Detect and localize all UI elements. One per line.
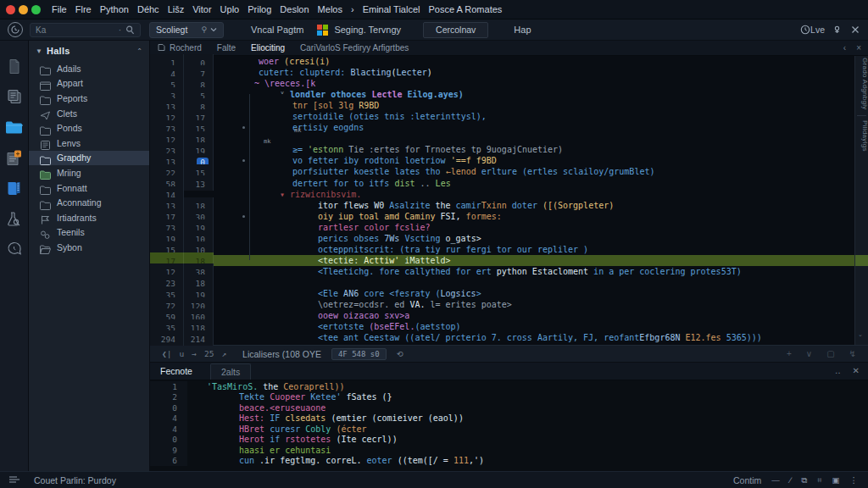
list-icon[interactable] [8,473,20,488]
cercolnav-button[interactable]: Cercolnav [423,22,488,38]
status-right-text[interactable]: Contim [733,475,761,485]
search-input[interactable]: Ka · [30,23,141,37]
share-icon[interactable] [832,25,843,36]
tab-carivarlos-fediryy-arfigrtbes[interactable]: CariVarloS Fediryy Arfigrtbes [292,43,416,53]
locbar-right-icon[interactable]: ↯ [849,349,856,358]
tab-falte[interactable]: Falte [209,43,243,53]
menu-prilog[interactable]: Prilog [243,4,275,14]
menu-file[interactable]: File [47,4,71,14]
locbar-right-icon[interactable]: ▢ [826,349,834,358]
folder-blue-icon[interactable] [5,118,24,136]
output-panel[interactable]: 1'TasMiroS. the Ceoraprell))2Tekte Cuope… [150,380,868,471]
copy-icon[interactable] [5,87,24,106]
code-line[interactable]: 1510octeppnitscrit: (tra tiy rur fergi t… [150,244,854,255]
live-label[interactable]: Lve [810,25,825,35]
menu-flre[interactable]: Flre [71,4,96,14]
scope-dropdown[interactable]: Scoliegt ⚲ [149,22,224,38]
code-line[interactable]: 1218 [150,133,854,144]
code-line[interactable]: 138tnr [sol 3lg R9BD [150,100,854,111]
status-icon[interactable]: — [771,475,780,485]
code-line[interactable]: 1318itor flews W0 Asalzite the camirTxin… [150,200,854,211]
menu-posce-a-romates[interactable]: Posce A Romates [424,4,506,14]
rail-label-bottom[interactable]: Pilidaylgs [855,120,868,152]
menu-eminal-tialcel[interactable]: Eminal Tialcel [359,4,425,14]
sidebar-item-clets[interactable]: Clets [29,106,149,121]
code-line[interactable]: 35118<ertotste (bseEFel.(aetstop) [150,321,854,332]
code-line[interactable]: 294214<tee ant Ceestaw ((atel/ prcterio … [150,332,854,343]
close-window-button[interactable] [6,5,15,14]
sidebar-item-adails[interactable]: Adails [29,61,149,76]
code-line[interactable]: 7315ertisiy eogdns [150,122,854,133]
status-icon[interactable]: ▣ [832,475,840,485]
tab-rocherd[interactable]: Rocherd [150,43,209,53]
locbar-icon[interactable]: u [179,349,184,358]
maximize-window-button[interactable] [31,5,41,14]
locbar-icon[interactable]: 25 [204,349,214,358]
app-logo-icon[interactable] [8,22,23,37]
panel-tab-2alts[interactable]: 2alts [210,363,251,380]
sidebar-item-irtiadrants[interactable]: Irtiadrants [29,210,149,225]
clock-icon[interactable] [799,25,810,36]
sidebar-item-grapdhy[interactable]: Grapdhy [29,151,149,166]
toolbar-label-vocal[interactable]: Vncal Pagtm [251,25,303,35]
sidebar-header[interactable]: ▼ Halls ⌃ [29,42,149,59]
code-line[interactable]: 2319≥= 'estonn Tie :ertes for Trnoetes t… [150,144,854,155]
sidebar-item-peports[interactable]: Peports [29,91,149,106]
code-line[interactable]: 130vo fetter iby rodtoni loetriow '==f f… [150,155,854,166]
chat-icon[interactable] [5,240,24,258]
tab-eliociting[interactable]: Eliociting [243,43,292,53]
sidebar-item-sybon[interactable]: Sybon [29,240,149,255]
menu-melos[interactable]: Melos [314,4,347,14]
status-icon[interactable]: ⌗ [817,475,821,485]
menu-python[interactable]: Python [96,4,133,14]
sidebar-item-fonnatt[interactable]: Fonnatt [29,180,149,196]
code-line[interactable]: 47cutert: clupterd: Blacting(Lecter) [150,67,854,78]
code-editor[interactable]: 10woer (cresi(i)47cutert: clupterd: Blac… [150,56,854,345]
sidebar-item-aconnating[interactable]: Aconnating [29,195,149,210]
sidebar-item-lenvs[interactable]: Lenvs [29,136,149,151]
code-line[interactable]: 10woer (cresi(i) [150,56,854,67]
panel-tab-fecnote[interactable]: Fecnote [150,362,203,380]
toolbar-label-seging[interactable]: Seging. Tervngy [334,25,401,35]
tab-scroll-left-icon[interactable]: ‹ [843,43,846,53]
code-line[interactable]: 2318 [150,277,854,288]
code-line[interactable]: 5813dertert for to itfs dist .. Les [150,178,854,189]
code-line[interactable]: 1730oiy iup toal amd Caminy FSI, formes: [150,211,854,222]
file-icon[interactable] [5,57,24,75]
code-line[interactable]: 1217sertoidile (oties tnis :leterinttysl… [150,111,854,122]
status-icon[interactable]: ⧉ [801,475,807,485]
code-line[interactable]: 1238<Tleetichg. fore callythed for ert p… [150,266,854,277]
sidebar-item-teenils[interactable]: Teenils [29,225,149,241]
flask-icon[interactable] [5,209,24,228]
locbar-icon[interactable]: ❮| [162,349,171,358]
code-line[interactable]: 35ᵛ londler othoces Lectle Eilog.ayes) [150,89,854,100]
rail-label-top[interactable]: Grado Adgnbgiy [855,58,868,110]
menu-uplo[interactable]: Uplo [216,4,244,14]
file-badge-icon[interactable] [5,148,24,167]
status-icon[interactable]: ∕ [790,475,792,485]
code-line[interactable]: 14▾ rizwicnibsvim. [150,189,854,200]
code-line[interactable]: 1910perics obses 7Ws Vscting o_gats> [150,233,854,244]
menu--[interactable]: › [347,4,359,14]
refresh-icon[interactable]: ⟲ [397,349,403,358]
locbar-icon[interactable]: → [192,349,197,358]
status-left-text[interactable]: Couet Parlin: Purdoy [34,475,116,485]
collapse-icon[interactable]: ⌃ [136,47,142,55]
help-menu[interactable]: Hap [514,25,531,35]
sidebar-item-mriing[interactable]: Mriing [29,165,149,180]
locbar-icon[interactable]: ↗ [221,349,226,358]
tab-close-icon[interactable]: × [856,43,861,53]
panel-more-icon[interactable]: ‥ [835,366,841,375]
locbar-right-icon[interactable]: + [787,349,792,358]
code-line[interactable]: 7319rartlesr color fcslie? [150,222,854,233]
status-icon[interactable]: ⋮ [850,475,859,485]
code-line[interactable]: 59160ooew oizacao sxv>a [150,310,854,321]
menu-li-z[interactable]: Lišz [164,4,189,14]
menu-deslon[interactable]: Deslon [275,4,313,14]
sidebar-item-ponds[interactable]: Ponds [29,120,149,136]
menu-d-hc[interactable]: Déhc [133,4,164,14]
code-line[interactable]: 1718<tectie: Acttiw' iMatteld> [150,255,854,266]
locbar-right-icon[interactable]: ∨ [806,349,812,358]
menu-vitor[interactable]: Vitor [188,4,215,14]
minimize-window-button[interactable] [19,5,28,14]
